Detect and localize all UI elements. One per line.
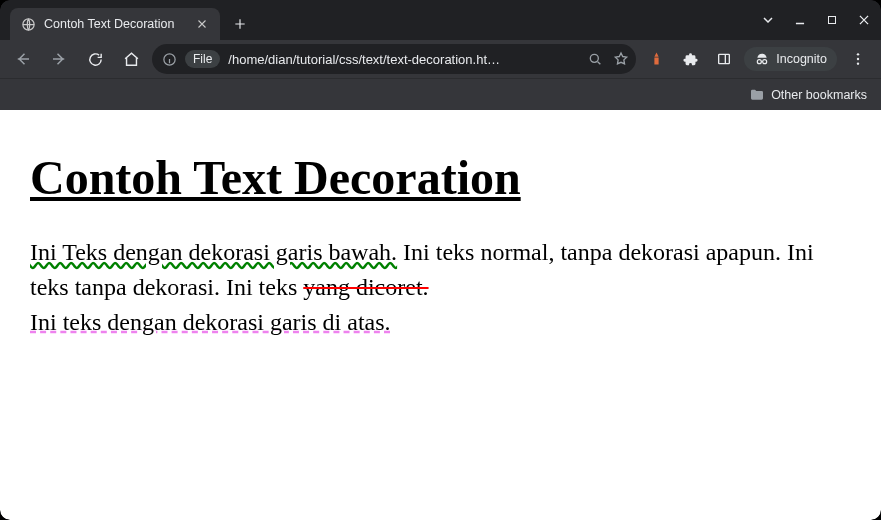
svg-point-6	[763, 60, 767, 64]
tab-strip: Contoh Text Decoration	[0, 0, 881, 40]
browser-window: Contoh Text Decoration	[0, 0, 881, 520]
new-tab-button[interactable]	[226, 10, 254, 38]
folder-icon	[749, 87, 765, 103]
svg-point-9	[857, 62, 859, 64]
page-heading: Contoh Text Decoration	[30, 150, 851, 205]
globe-icon	[20, 16, 36, 32]
text-underline-dashed: Ini teks dengan dekorasi garis di atas.	[30, 309, 391, 335]
svg-point-8	[857, 58, 859, 60]
text-strikethrough: yang dicoret.	[303, 274, 428, 300]
url-scheme-label: File	[185, 50, 220, 68]
url-path: /home/dian/tutorial/css/text/text-decora…	[228, 52, 578, 67]
text-underline-wavy: Ini Teks dengan dekorasi garis bawah.	[30, 239, 397, 265]
maximize-button[interactable]	[823, 11, 841, 29]
minimize-button[interactable]	[791, 11, 809, 29]
toolbar: File /home/dian/tutorial/css/text/text-d…	[0, 40, 881, 78]
incognito-label: Incognito	[776, 52, 827, 66]
back-button[interactable]	[8, 44, 38, 74]
close-window-button[interactable]	[855, 11, 873, 29]
kebab-menu-button[interactable]	[843, 44, 873, 74]
svg-point-5	[758, 60, 762, 64]
incognito-icon	[754, 51, 770, 67]
zoom-icon[interactable]	[586, 50, 604, 68]
svg-point-3	[591, 54, 599, 62]
side-panel-icon[interactable]	[710, 45, 738, 73]
svg-rect-4	[719, 54, 730, 63]
home-button[interactable]	[116, 44, 146, 74]
extension-icon-1[interactable]	[642, 45, 670, 73]
svg-rect-1	[829, 17, 836, 24]
chevron-down-icon[interactable]	[759, 11, 777, 29]
close-tab-button[interactable]	[194, 16, 210, 32]
svg-point-7	[857, 53, 859, 55]
text-strike-prefix: Ini teks	[220, 274, 303, 300]
info-icon[interactable]	[162, 52, 177, 67]
incognito-badge[interactable]: Incognito	[744, 47, 837, 71]
bookmarks-bar: Other bookmarks	[0, 78, 881, 110]
text-normal-1: Ini teks normal, tanpa dekorasi apapun.	[397, 239, 787, 265]
bookmarks-folder-label[interactable]: Other bookmarks	[771, 88, 867, 102]
page-paragraph: Ini Teks dengan dekorasi garis bawah. In…	[30, 235, 851, 339]
window-controls	[759, 0, 873, 40]
page-viewport[interactable]: Contoh Text Decoration Ini Teks dengan d…	[0, 110, 881, 520]
forward-button[interactable]	[44, 44, 74, 74]
address-bar[interactable]: File /home/dian/tutorial/css/text/text-d…	[152, 44, 636, 74]
tab-active[interactable]: Contoh Text Decoration	[10, 8, 220, 40]
reload-button[interactable]	[80, 44, 110, 74]
bookmark-star-icon[interactable]	[612, 50, 630, 68]
tab-title: Contoh Text Decoration	[44, 17, 186, 31]
extensions-puzzle-icon[interactable]	[676, 45, 704, 73]
